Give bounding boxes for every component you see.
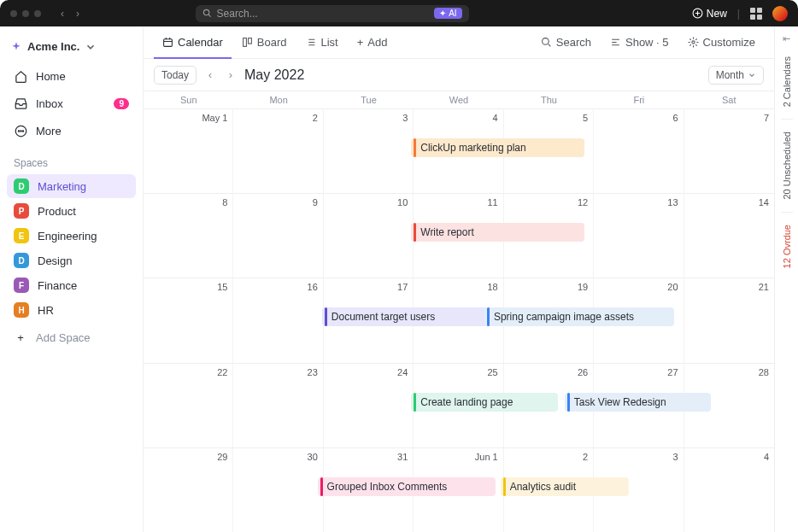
search-placeholder: Search... [217,8,258,20]
inbox-badge: 9 [114,98,129,109]
space-label: Design [38,254,72,267]
day-number: 25 [419,367,497,377]
sidebar-space-hr[interactable]: HHR [7,298,136,322]
day-cell[interactable]: 16 [233,278,323,362]
tab-list[interactable]: List [296,26,346,59]
day-cell[interactable]: 23 [233,363,323,447]
day-number: May 1 [149,113,227,123]
space-badge: F [14,278,29,293]
workspace-switcher[interactable]: Acme Inc. [7,35,136,58]
search-icon [202,9,212,18]
titlebar: ‹ › Search... ✦ AI New | [0,0,798,26]
chevron-down-icon [748,71,756,79]
day-cell[interactable]: 9 [233,193,323,278]
space-label: Marketing [38,180,86,193]
calendar-event[interactable]: ClickUp marketing plan [411,138,584,157]
rail-unscheduled[interactable]: 20 Unscheduled [782,128,792,203]
day-cell[interactable]: 13 [594,193,684,278]
day-number: 28 [689,367,769,377]
day-number: 19 [509,282,588,292]
day-cell[interactable]: 6 [594,108,684,193]
nav-inbox[interactable]: Inbox 9 [7,91,136,116]
day-cell[interactable]: 10 [324,193,414,278]
day-cell[interactable]: 15Document target usersSpring campaign i… [144,278,233,362]
dow-label: Tue [324,95,414,105]
event-title: Grouped Inbox Comments [327,481,448,493]
day-cell[interactable]: 2 [233,108,323,193]
forward-button[interactable]: › [72,8,84,20]
apps-icon[interactable] [750,8,762,20]
search-button[interactable]: Search [532,26,600,59]
event-title: Document target users [332,311,435,323]
chevron-down-icon [85,41,97,53]
next-month-button[interactable]: › [224,68,238,82]
add-space-button[interactable]: + Add Space [7,325,136,349]
space-badge: D [14,253,29,268]
window-controls[interactable] [10,10,41,17]
calendar: SunMonTueWedThuFriSat May 1ClickUp marke… [144,91,774,532]
day-cell[interactable]: 29Grouped Inbox CommentsAnalytics audit [144,447,233,532]
view-selector[interactable]: Month [708,66,764,85]
day-number: 16 [238,282,317,292]
prev-month-button[interactable]: ‹ [203,68,217,82]
svg-rect-6 [164,39,173,47]
nav-home[interactable]: Home [7,63,136,89]
search-input[interactable]: Search... ✦ AI [196,5,469,22]
day-cell[interactable]: 30 [233,447,323,532]
day-cell[interactable]: 7 [684,108,774,193]
space-label: Finance [38,279,77,292]
sidebar-space-engineering[interactable]: EEngineering [7,224,136,248]
sidebar-space-marketing[interactable]: DMarketing [7,174,136,198]
calendar-event[interactable]: Grouped Inbox Comments [318,477,496,496]
tab-board[interactable]: Board [233,26,296,59]
today-button[interactable]: Today [154,66,197,85]
main-content: Calendar Board List +Add Search Show · 5… [144,26,774,532]
collapse-icon[interactable]: ⇤ [783,33,790,44]
tab-calendar[interactable]: Calendar [154,26,232,59]
sidebar: Acme Inc. Home Inbox 9 More Spaces DMark… [0,26,144,532]
nav-more[interactable]: More [7,118,136,143]
svg-rect-8 [248,38,251,44]
day-number: Jun 1 [419,452,497,462]
show-button[interactable]: Show · 5 [601,26,678,59]
sidebar-space-finance[interactable]: FFinance [7,273,136,297]
day-cell[interactable]: 14 [684,193,774,278]
day-number: 11 [419,197,497,208]
plus-circle-icon [692,8,703,19]
day-cell[interactable]: 3 [324,108,414,193]
calendar-event[interactable]: Write report [411,223,584,242]
rail-overdue[interactable]: 12 Ovrdue [782,221,792,272]
calendar-event[interactable]: Create landing page [411,393,558,412]
day-number: 27 [599,367,678,377]
day-number: 4 [419,113,497,123]
day-cell[interactable]: May 1ClickUp marketing plan [144,108,233,193]
calendar-event[interactable]: Analytics audit [501,477,630,496]
svg-point-3 [18,130,19,131]
avatar[interactable] [772,6,788,21]
ai-chip[interactable]: ✦ AI [434,8,461,19]
calendar-event[interactable]: Spring campaign image assets [484,307,674,326]
space-label: HR [38,304,54,317]
event-title: Create landing page [420,396,513,408]
add-view-button[interactable]: +Add [349,26,396,59]
day-number: 24 [329,367,408,377]
calendar-grid[interactable]: May 1ClickUp marketing plan2345678Write … [144,108,774,532]
day-number: 6 [599,113,678,123]
day-number: 30 [238,452,317,462]
svg-point-4 [20,130,21,131]
day-cell[interactable]: 22Create landing pageTask View Redesign [144,363,233,447]
home-icon [14,69,27,83]
more-icon [14,124,27,137]
customize-button[interactable]: Customize [679,26,764,59]
calendar-event[interactable]: Document target users [322,307,496,326]
sidebar-space-design[interactable]: DDesign [7,248,136,272]
day-cell[interactable]: 24 [324,363,414,447]
back-button[interactable]: ‹ [56,8,68,20]
rail-calendars[interactable]: 2 Calendars [782,53,792,110]
sidebar-space-product[interactable]: PProduct [7,199,136,223]
day-cell[interactable]: 4 [684,447,774,532]
calendar-event[interactable]: Task View Redesign [565,393,712,412]
day-cell[interactable]: 8Write report [144,193,233,278]
new-button[interactable]: New [692,8,727,20]
day-cell[interactable]: 21 [684,278,774,362]
